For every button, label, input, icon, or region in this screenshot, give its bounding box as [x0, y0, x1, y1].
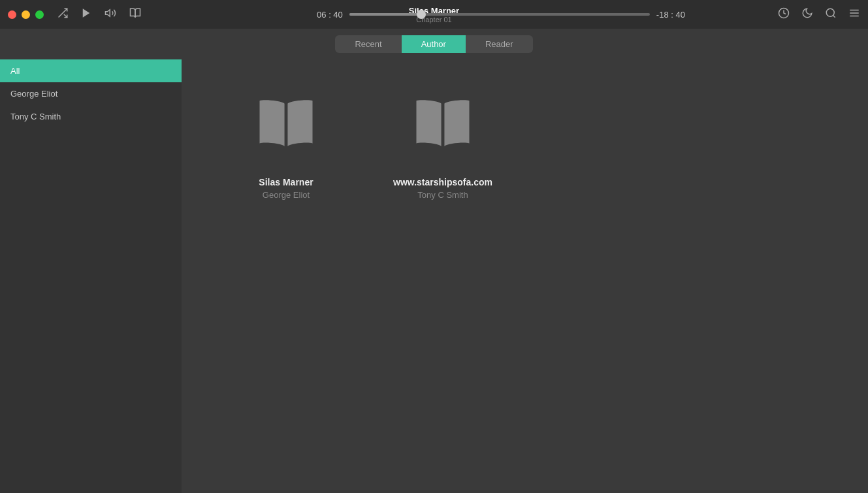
main-layout: All George Eliot Tony C Smith Silas Marn… — [0, 59, 868, 493]
svg-marker-3 — [106, 10, 110, 17]
time-elapsed: 06 : 40 — [317, 10, 343, 20]
progress-thumb[interactable] — [417, 10, 426, 19]
search-icon[interactable] — [825, 7, 837, 22]
window-controls — [8, 10, 44, 19]
window-maximize-dot[interactable] — [35, 10, 44, 19]
sidebar-item-george-eliot[interactable]: George Eliot — [0, 82, 182, 105]
book-card-starshipsofa[interactable]: www.starshipsofa.com Tony C Smith — [378, 86, 508, 200]
tab-author[interactable]: Author — [402, 35, 466, 53]
book-icon-wrap-1 — [247, 86, 325, 164]
sleep-icon[interactable] — [801, 7, 813, 22]
sidebar: All George Eliot Tony C Smith — [0, 59, 182, 493]
right-icons — [778, 7, 860, 22]
time-remaining: -18 : 40 — [656, 10, 685, 20]
window-minimize-dot[interactable] — [22, 10, 30, 19]
book-author-1: George Eliot — [263, 190, 310, 200]
svg-line-6 — [833, 15, 835, 17]
book-card-silas-marner[interactable]: Silas Marner George Eliot — [221, 86, 351, 200]
volume-icon[interactable] — [104, 7, 117, 22]
svg-point-5 — [826, 8, 834, 16]
speed-icon[interactable] — [778, 7, 790, 22]
book-icon-2 — [413, 94, 472, 155]
track-subtitle: Chapter 01 — [409, 16, 459, 24]
menu-icon[interactable] — [848, 7, 860, 22]
book-icon-1 — [257, 94, 315, 155]
library-icon[interactable] — [129, 7, 142, 22]
sidebar-item-tony-c-smith[interactable]: Tony C Smith — [0, 105, 182, 128]
content-area: Silas Marner George Eliot www.starshipso… — [182, 59, 868, 493]
top-bar: Silas Marner Chapter 01 06 : 40 -18 : 40 — [0, 0, 868, 29]
tab-reader[interactable]: Reader — [466, 35, 533, 53]
progress-bar[interactable] — [349, 13, 650, 16]
book-author-2: Tony C Smith — [417, 190, 468, 200]
tab-bar: Recent Author Reader — [0, 29, 868, 59]
svg-marker-2 — [83, 8, 90, 18]
play-icon[interactable] — [80, 7, 92, 22]
book-title-2: www.starshipsofa.com — [393, 177, 492, 187]
shuffle-icon[interactable] — [57, 7, 69, 22]
book-icon-wrap-2 — [404, 86, 482, 164]
window-close-dot[interactable] — [8, 10, 16, 19]
progress-fill — [349, 13, 421, 16]
tab-recent[interactable]: Recent — [335, 35, 401, 53]
book-title-1: Silas Marner — [259, 177, 313, 187]
sidebar-item-all[interactable]: All — [0, 59, 182, 82]
top-left-icons — [57, 7, 142, 22]
progress-area: 06 : 40 -18 : 40 — [233, 10, 769, 20]
